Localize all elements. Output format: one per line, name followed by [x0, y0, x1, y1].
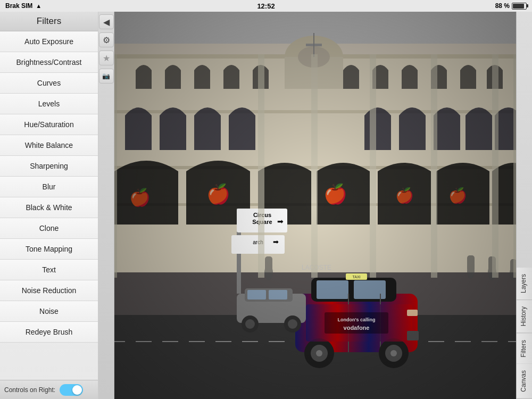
controls-toggle[interactable]	[60, 384, 83, 396]
camera-icon[interactable]: 📷	[99, 69, 114, 84]
left-panel: Filters Auto ExposureBrightness/Contrast…	[0, 12, 98, 399]
side-tab-filters[interactable]: Filters	[517, 334, 532, 364]
bottom-bar: Controls on Right:	[0, 380, 98, 399]
filter-item-hue-saturation[interactable]: Hue/Saturation	[0, 114, 98, 135]
toolbar: ◀ ⚙ ★ 📷	[98, 12, 114, 399]
filter-item-blur[interactable]: Blur	[0, 177, 98, 197]
toggle-knob	[72, 385, 82, 395]
status-bar: Brak SIM ▲ 12:52 88 %	[0, 0, 532, 12]
photo-area: 🍎 🍎 🍎 🍎 🍎 Circus Square ➡ arch	[114, 12, 516, 399]
filters-list: Auto ExposureBrightness/ContrastCurvesLe…	[0, 31, 98, 380]
carrier-label: Brak SIM	[5, 2, 32, 10]
filter-item-sharpening[interactable]: Sharpening	[0, 156, 98, 177]
filter-item-noise-reduction[interactable]: Noise Reduction	[0, 280, 98, 301]
panel-header: Filters	[0, 12, 98, 31]
back-icon[interactable]: ◀	[99, 14, 114, 29]
status-right: 88 %	[495, 2, 527, 10]
time-label: 12:52	[257, 2, 275, 10]
battery-label: 88 %	[495, 2, 510, 10]
filter-item-clone[interactable]: Clone	[0, 218, 98, 239]
filter-item-brightness-contrast[interactable]: Brightness/Contrast	[0, 52, 98, 73]
filter-item-white-balance[interactable]: White Balance	[0, 135, 98, 156]
filter-item-text[interactable]: Text	[0, 260, 98, 280]
settings-icon[interactable]: ⚙	[99, 32, 114, 47]
svg-rect-74	[114, 12, 516, 399]
side-tab-history[interactable]: History	[517, 300, 532, 333]
filter-item-tone-mapping[interactable]: Tone Mapping	[0, 239, 98, 260]
photo-canvas: 🍎 🍎 🍎 🍎 🍎 Circus Square ➡ arch	[114, 12, 516, 399]
main-container: Filters Auto ExposureBrightness/Contrast…	[0, 12, 532, 399]
side-tabs: LayersHistoryFiltersCanvas	[516, 12, 532, 399]
side-tab-canvas[interactable]: Canvas	[517, 364, 532, 399]
battery-indicator	[512, 3, 527, 10]
filter-item-levels[interactable]: Levels	[0, 94, 98, 114]
battery-fill	[513, 4, 524, 9]
controls-label: Controls on Right:	[4, 386, 55, 394]
filter-item-auto-exposure[interactable]: Auto Exposure	[0, 31, 98, 52]
filter-item-noise[interactable]: Noise	[0, 301, 98, 322]
filter-item-redeye-brush[interactable]: Redeye Brush	[0, 322, 98, 343]
star-icon[interactable]: ★	[99, 51, 114, 65]
filter-item-black-white[interactable]: Black & White	[0, 197, 98, 218]
wifi-icon: ▲	[36, 3, 41, 9]
status-left: Brak SIM ▲	[5, 2, 41, 10]
side-tab-layers[interactable]: Layers	[517, 268, 532, 300]
panel-title: Filters	[37, 16, 61, 26]
filter-item-curves[interactable]: Curves	[0, 73, 98, 94]
